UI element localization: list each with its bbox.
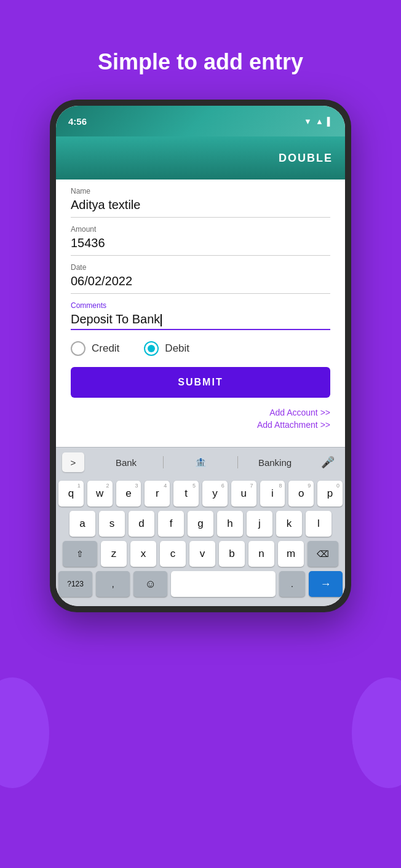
comments-field[interactable]: Comments Deposit To Bank xyxy=(71,294,330,330)
status-time: 4:56 xyxy=(68,116,87,127)
suggest-bank[interactable]: Bank xyxy=(89,455,163,470)
keyboard-row-4: ?123 , ☺ . → xyxy=(58,571,343,597)
links-area: Add Account >> Add Attachment >> xyxy=(71,408,330,437)
name-field[interactable]: Name Aditya textile xyxy=(71,180,330,218)
shift-key[interactable]: ⇧ xyxy=(63,541,97,567)
suggest-bank-icon: 🏦 xyxy=(164,454,237,470)
phone-frame: 4:56 ▼ ▲ ▌ DOUBLE Name Aditya textile Am… xyxy=(50,100,351,612)
emoji-key[interactable]: ☺ xyxy=(133,571,167,597)
date-value: 06/02/2022 xyxy=(71,274,330,288)
credit-option[interactable]: Credit xyxy=(71,341,119,356)
page-title: Simple to add entry xyxy=(98,49,303,75)
comments-label: Comments xyxy=(71,301,330,310)
add-account-link[interactable]: Add Account >> xyxy=(269,408,330,417)
amount-label: Amount xyxy=(71,225,330,234)
name-value: Aditya textile xyxy=(71,198,330,212)
key-t[interactable]: t5 xyxy=(173,481,199,507)
decoration-blob-left xyxy=(0,677,49,788)
key-v[interactable]: v xyxy=(189,541,215,567)
status-icons: ▼ ▲ ▌ xyxy=(304,117,333,126)
key-b[interactable]: b xyxy=(219,541,245,567)
key-i[interactable]: i8 xyxy=(260,481,285,507)
key-d[interactable]: d xyxy=(129,511,154,537)
phone-screen: 4:56 ▼ ▲ ▌ DOUBLE Name Aditya textile Am… xyxy=(56,106,345,606)
date-label: Date xyxy=(71,263,330,272)
submit-button[interactable]: SUBMIT xyxy=(71,367,330,398)
decoration-blob-right xyxy=(352,677,401,788)
backspace-key[interactable]: ⌫ xyxy=(308,541,338,567)
comma-key[interactable]: , xyxy=(96,571,130,597)
key-j[interactable]: j xyxy=(247,511,272,537)
debit-label: Debit xyxy=(165,342,189,355)
key-o[interactable]: o9 xyxy=(288,481,314,507)
wifi-icon: ▼ xyxy=(304,117,312,126)
key-h[interactable]: h xyxy=(217,511,243,537)
debit-option[interactable]: Debit xyxy=(144,341,189,356)
app-header: DOUBLE xyxy=(56,136,345,180)
key-c[interactable]: c xyxy=(160,541,186,567)
keyboard-suggestions: > Bank 🏦 Banking 🎤 xyxy=(56,447,345,477)
key-q[interactable]: q1 xyxy=(58,481,84,507)
amount-value: 15436 xyxy=(71,236,330,250)
form-area: Name Aditya textile Amount 15436 Date 06… xyxy=(56,180,345,447)
add-attachment-link[interactable]: Add Attachment >> xyxy=(257,420,330,430)
amount-field[interactable]: Amount 15436 xyxy=(71,218,330,256)
key-g[interactable]: g xyxy=(188,511,213,537)
key-y[interactable]: y6 xyxy=(202,481,228,507)
space-key[interactable] xyxy=(171,571,276,597)
enter-key[interactable]: → xyxy=(309,571,343,597)
mic-button[interactable]: 🎤 xyxy=(317,456,339,469)
debit-radio-inner xyxy=(148,345,155,352)
key-u[interactable]: u7 xyxy=(231,481,256,507)
numbers-key[interactable]: ?123 xyxy=(58,571,92,597)
key-k[interactable]: k xyxy=(276,511,302,537)
key-p[interactable]: p0 xyxy=(317,481,343,507)
period-key[interactable]: . xyxy=(279,571,305,597)
keyboard-row-2: a s d f g h j k l xyxy=(58,511,343,537)
key-z[interactable]: z xyxy=(101,541,127,567)
radio-row: Credit Debit xyxy=(71,330,330,365)
key-a[interactable]: a xyxy=(69,511,95,537)
name-label: Name xyxy=(71,187,330,195)
key-s[interactable]: s xyxy=(99,511,125,537)
debit-radio[interactable] xyxy=(144,341,159,356)
suggest-banking[interactable]: Banking xyxy=(238,455,312,470)
battery-icon: ▌ xyxy=(327,117,333,126)
credit-label: Credit xyxy=(92,342,119,355)
keyboard: q1 w2 e3 r4 t5 y6 u7 i8 o9 p0 a s d f g … xyxy=(56,477,345,606)
key-w[interactable]: w2 xyxy=(87,481,113,507)
keyboard-row-1: q1 w2 e3 r4 t5 y6 u7 i8 o9 p0 xyxy=(58,481,343,507)
date-field[interactable]: Date 06/02/2022 xyxy=(71,256,330,294)
signal-icon: ▲ xyxy=(316,117,324,126)
keyboard-row-3: ⇧ z x c v b n m ⌫ xyxy=(58,541,343,567)
key-l[interactable]: l xyxy=(306,511,332,537)
status-bar: 4:56 ▼ ▲ ▌ xyxy=(56,106,345,136)
credit-radio[interactable] xyxy=(71,341,85,356)
key-r[interactable]: r4 xyxy=(145,481,170,507)
key-x[interactable]: x xyxy=(130,541,156,567)
key-f[interactable]: f xyxy=(158,511,184,537)
comments-value: Deposit To Bank xyxy=(71,312,330,326)
app-name-label: DOUBLE xyxy=(279,152,333,165)
key-n[interactable]: n xyxy=(248,541,274,567)
key-e[interactable]: e3 xyxy=(116,481,141,507)
suggest-expand-button[interactable]: > xyxy=(62,452,84,472)
key-m[interactable]: m xyxy=(278,541,304,567)
